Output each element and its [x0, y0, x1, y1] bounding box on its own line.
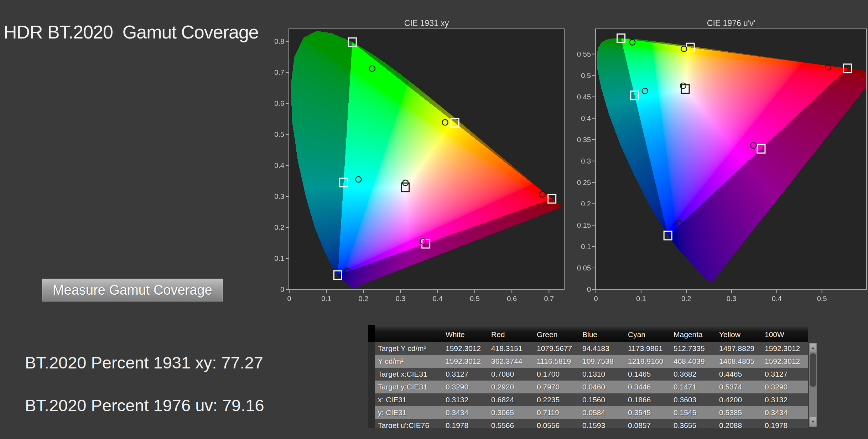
scroll-up-button[interactable]: ▲ [810, 344, 816, 352]
table-cell: 0.0556 [535, 419, 580, 428]
table-row: Y cd/m²1592.3012362.37441116.5819109.753… [368, 355, 808, 368]
row-gutter [368, 342, 375, 355]
table-cell: 0.2088 [717, 419, 763, 428]
table-cell: 0.2235 [535, 393, 580, 406]
row-gutter [368, 406, 375, 419]
table-cell: 0.3132 [443, 393, 489, 406]
table-cell: 0.6824 [489, 393, 535, 406]
table-header-row: WhiteRedGreenBlueCyanMagentaYellow100W [368, 325, 808, 342]
table-row: y: CIE310.34340.30650.71190.05840.35450.… [368, 406, 808, 419]
table-cell: 0.1471 [671, 381, 717, 393]
column-header: Red [489, 325, 535, 342]
table-cell: 0.1560 [580, 393, 626, 406]
cie-1976-uv-chart-canvas [569, 11, 868, 306]
row-gutter [368, 368, 375, 381]
table-cell: 0.7970 [535, 381, 580, 393]
table-row: x: CIE310.31320.68240.22350.15600.18660.… [368, 393, 808, 406]
column-header: Magenta [671, 325, 717, 342]
table-cell: 1116.5819 [535, 355, 580, 368]
table-cell: 0.3603 [671, 393, 717, 406]
table-cell: 0.4465 [717, 368, 763, 381]
measurement-table: WhiteRedGreenBlueCyanMagentaYellow100WTa… [368, 325, 808, 428]
row-label: y: CIE31 [375, 406, 443, 419]
down-arrow-icon: ▼ [811, 419, 815, 424]
table-cell: 1592.3012 [763, 355, 808, 368]
table-cell: 0.2920 [489, 381, 535, 393]
cie-1976-chart-title: CIE 1976 u'v' [596, 19, 866, 28]
row-gutter [368, 393, 375, 406]
table-row: Target u':CIE760.19780.55660.05560.15930… [368, 419, 808, 428]
scroll-thumb[interactable] [810, 353, 816, 387]
row-gutter [368, 419, 375, 428]
bt2020-percent-1931-result: BT.2020 Percent 1931 xy: 77.27 [25, 353, 263, 372]
table-cell: 1079.5677 [535, 342, 580, 355]
table-row: Target x:CIE310.31270.70800.17000.13100.… [368, 368, 808, 381]
table-cell: 1497.8829 [717, 342, 763, 355]
table-cell: 0.3065 [489, 406, 535, 419]
table-cell: 0.3127 [443, 368, 489, 381]
table-cell: 0.0460 [580, 381, 626, 393]
table-cell: 0.5385 [717, 406, 763, 419]
row-label: Target y:CIE31 [375, 381, 443, 393]
table-cell: 0.5566 [489, 419, 535, 428]
row-label: Target x:CIE31 [375, 368, 443, 381]
column-header: Yellow [717, 325, 763, 342]
table-cell: 0.7080 [489, 368, 535, 381]
table-cell: 0.1545 [671, 406, 717, 419]
page-title: HDR BT.2020 Gamut Coverage [4, 21, 259, 43]
scroll-down-button[interactable]: ▼ [810, 417, 816, 426]
table-scrollbar[interactable]: ▲ ▼ [809, 343, 817, 427]
table-cell: 0.3132 [763, 393, 808, 406]
table-cell: 0.3434 [443, 406, 489, 419]
table-cell: 0.3127 [763, 368, 808, 381]
column-header: 100W [763, 325, 808, 342]
up-arrow-icon: ▲ [811, 346, 815, 350]
table-cell: 1173.9861 [626, 342, 671, 355]
table-cell: 1468.4805 [717, 355, 763, 368]
table-cell: 0.3545 [626, 406, 671, 419]
table-cell: 1592.3012 [443, 342, 489, 355]
row-label: x: CIE31 [375, 393, 443, 406]
column-header: Blue [580, 325, 626, 342]
table-cell: 0.1978 [443, 419, 489, 428]
measure-gamut-coverage-button[interactable]: Measure Gamut Coverage [42, 279, 223, 301]
table-cell: 0.1465 [626, 368, 671, 381]
row-label: Target Y cd/m² [375, 342, 443, 355]
table-cell: 1592.3012 [763, 342, 808, 355]
table-row: Target y:CIE310.32900.29200.79700.04600.… [368, 381, 808, 393]
table-cell: 0.3434 [763, 406, 808, 419]
table-cell: 0.3682 [671, 368, 717, 381]
cie-1931-chart-title: CIE 1931 xy [289, 19, 564, 28]
cie-1976-uv-chart: CIE 1976 u'v' [569, 11, 868, 306]
table-cell: 362.3744 [489, 355, 535, 368]
table-cell: 468.4039 [671, 355, 717, 368]
table-cell: 0.1310 [580, 368, 626, 381]
table-cell: 1219.9160 [626, 355, 671, 368]
table-cell: 0.5374 [717, 381, 763, 393]
row-label: Y cd/m² [375, 355, 443, 368]
table-row: Target Y cd/m²1592.3012418.31511079.5677… [368, 342, 808, 355]
bt2020-percent-1976-result: BT.2020 Percent 1976 uv: 79.16 [25, 396, 264, 415]
table-cell: 0.3290 [443, 381, 489, 393]
table-cell: 0.1978 [763, 419, 808, 428]
cie-1931-xy-chart-canvas [263, 11, 571, 306]
cie-1931-xy-chart: CIE 1931 xy [263, 11, 571, 306]
table-cell: 109.7538 [580, 355, 626, 368]
row-gutter [368, 355, 375, 368]
table-cell: 0.1866 [626, 393, 671, 406]
table-cell: 0.3290 [763, 381, 808, 393]
table-cell: 0.7119 [535, 406, 580, 419]
table-cell: 418.3151 [489, 342, 535, 355]
table-cell: 1592.3012 [443, 355, 489, 368]
table-cell: 94.4183 [580, 342, 626, 355]
table-corner [368, 325, 375, 342]
row-label-header [375, 325, 443, 342]
table-cell: 0.3446 [626, 381, 671, 393]
column-header: Cyan [626, 325, 671, 342]
table-cell: 0.3655 [671, 419, 717, 428]
row-gutter [368, 381, 375, 393]
column-header: Green [535, 325, 580, 342]
table-cell: 0.1700 [535, 368, 580, 381]
table-cell: 0.4200 [717, 393, 763, 406]
table-cell: 0.0857 [626, 419, 671, 428]
